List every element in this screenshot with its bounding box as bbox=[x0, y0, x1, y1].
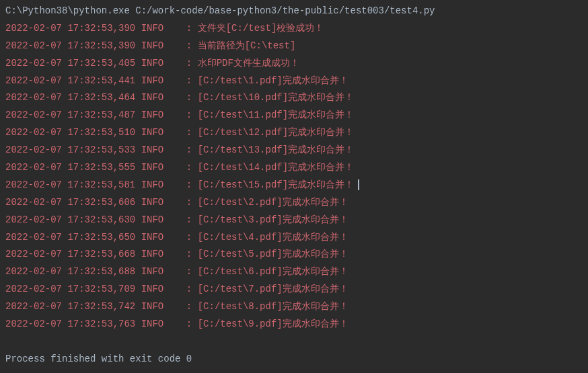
log-line: 2022-02-07 17:32:53,441 INFO : [C:/test\… bbox=[5, 73, 583, 90]
log-timestamp: 2022-02-07 17:32:53,709 bbox=[5, 284, 135, 294]
log-level: INFO bbox=[141, 127, 164, 138]
command-line: C:\Python38\python.exe C:/work-code/base… bbox=[5, 3, 583, 20]
log-line: 2022-02-07 17:32:53,487 INFO : [C:/test\… bbox=[5, 107, 583, 124]
log-line: 2022-02-07 17:32:53,763 INFO : [C:/test\… bbox=[5, 316, 583, 333]
log-line: 2022-02-07 17:32:53,742 INFO : [C:/test\… bbox=[5, 298, 583, 316]
log-line: 2022-02-07 17:32:53,405 INFO : 水印PDF文件生成… bbox=[5, 55, 583, 73]
log-timestamp: 2022-02-07 17:32:53,763 bbox=[5, 319, 135, 329]
log-message: 水印PDF文件生成成功！ bbox=[198, 58, 299, 69]
log-timestamp: 2022-02-07 17:32:53,606 bbox=[5, 197, 135, 208]
log-message: [C:/test\7.pdf]完成水印合并！ bbox=[198, 284, 348, 294]
log-level: INFO bbox=[141, 110, 164, 120]
log-level: INFO bbox=[141, 40, 164, 51]
log-timestamp: 2022-02-07 17:32:53,630 bbox=[5, 214, 135, 225]
log-line: 2022-02-07 17:32:53,390 INFO : 当前路径为[C:\… bbox=[5, 38, 583, 55]
log-timestamp: 2022-02-07 17:32:53,581 bbox=[5, 179, 135, 190]
log-level: INFO bbox=[141, 319, 164, 329]
log-timestamp: 2022-02-07 17:32:53,405 bbox=[5, 58, 135, 69]
log-level: INFO bbox=[141, 23, 164, 34]
log-message: [C:/test\1.pdf]完成水印合并！ bbox=[198, 75, 348, 86]
log-level: INFO bbox=[141, 249, 164, 259]
log-timestamp: 2022-02-07 17:32:53,510 bbox=[5, 127, 135, 138]
log-level: INFO bbox=[141, 197, 164, 208]
log-line: 2022-02-07 17:32:53,606 INFO : [C:/test\… bbox=[5, 194, 583, 212]
log-message: 当前路径为[C:\test] bbox=[198, 40, 296, 51]
text-cursor bbox=[358, 179, 359, 190]
log-message: [C:/test\10.pdf]完成水印合并！ bbox=[198, 92, 354, 103]
log-timestamp: 2022-02-07 17:32:53,688 bbox=[5, 266, 135, 277]
log-level: INFO bbox=[141, 75, 164, 86]
log-message: [C:/test\3.pdf]完成水印合并！ bbox=[198, 214, 348, 225]
log-line: 2022-02-07 17:32:53,464 INFO : [C:/test\… bbox=[5, 89, 583, 107]
log-line: 2022-02-07 17:32:53,668 INFO : [C:/test\… bbox=[5, 246, 583, 263]
log-level: INFO bbox=[141, 179, 164, 190]
log-container: 2022-02-07 17:32:53,390 INFO : 文件夹[C:/te… bbox=[5, 20, 583, 333]
log-line: 2022-02-07 17:32:53,533 INFO : [C:/test\… bbox=[5, 142, 583, 159]
log-level: INFO bbox=[141, 301, 164, 312]
log-timestamp: 2022-02-07 17:32:53,390 bbox=[5, 40, 135, 51]
log-level: INFO bbox=[141, 58, 164, 69]
log-level: INFO bbox=[141, 266, 164, 277]
log-message: 文件夹[C:/test]校验成功！ bbox=[198, 23, 324, 34]
log-level: INFO bbox=[141, 92, 164, 103]
blank-line bbox=[5, 333, 583, 351]
log-timestamp: 2022-02-07 17:32:53,487 bbox=[5, 110, 135, 120]
log-timestamp: 2022-02-07 17:32:53,555 bbox=[5, 162, 135, 173]
log-message: [C:/test\11.pdf]完成水印合并！ bbox=[198, 110, 354, 120]
log-message: [C:/test\14.pdf]完成水印合并！ bbox=[198, 162, 354, 173]
log-message: [C:/test\13.pdf]完成水印合并！ bbox=[198, 144, 354, 155]
exit-message: Process finished with exit code 0 bbox=[5, 351, 583, 368]
log-line: 2022-02-07 17:32:53,581 INFO : [C:/test\… bbox=[5, 177, 583, 194]
log-message: [C:/test\12.pdf]完成水印合并！ bbox=[198, 127, 354, 138]
log-line: 2022-02-07 17:32:53,709 INFO : [C:/test\… bbox=[5, 281, 583, 298]
log-timestamp: 2022-02-07 17:32:53,464 bbox=[5, 92, 135, 103]
log-line: 2022-02-07 17:32:53,630 INFO : [C:/test\… bbox=[5, 212, 583, 229]
log-timestamp: 2022-02-07 17:32:53,650 bbox=[5, 232, 135, 243]
log-message: [C:/test\9.pdf]完成水印合并！ bbox=[198, 319, 348, 329]
log-line: 2022-02-07 17:32:53,390 INFO : 文件夹[C:/te… bbox=[5, 20, 583, 38]
log-line: 2022-02-07 17:32:53,688 INFO : [C:/test\… bbox=[5, 263, 583, 281]
log-line: 2022-02-07 17:32:53,650 INFO : [C:/test\… bbox=[5, 229, 583, 247]
log-timestamp: 2022-02-07 17:32:53,441 bbox=[5, 75, 135, 86]
log-timestamp: 2022-02-07 17:32:53,390 bbox=[5, 23, 135, 34]
log-timestamp: 2022-02-07 17:32:53,533 bbox=[5, 144, 135, 155]
log-level: INFO bbox=[141, 214, 164, 225]
log-level: INFO bbox=[141, 232, 164, 243]
console-output[interactable]: C:\Python38\python.exe C:/work-code/base… bbox=[5, 3, 583, 368]
log-message: [C:/test\15.pdf]完成水印合并！ bbox=[198, 179, 354, 190]
log-timestamp: 2022-02-07 17:32:53,668 bbox=[5, 249, 135, 259]
log-level: INFO bbox=[141, 284, 164, 294]
log-message: [C:/test\8.pdf]完成水印合并！ bbox=[198, 301, 348, 312]
log-line: 2022-02-07 17:32:53,510 INFO : [C:/test\… bbox=[5, 124, 583, 142]
log-level: INFO bbox=[141, 144, 164, 155]
log-message: [C:/test\5.pdf]完成水印合并！ bbox=[198, 249, 348, 259]
log-line: 2022-02-07 17:32:53,555 INFO : [C:/test\… bbox=[5, 159, 583, 177]
log-message: [C:/test\2.pdf]完成水印合并！ bbox=[198, 197, 348, 208]
log-message: [C:/test\6.pdf]完成水印合并！ bbox=[198, 266, 348, 277]
log-timestamp: 2022-02-07 17:32:53,742 bbox=[5, 301, 135, 312]
log-message: [C:/test\4.pdf]完成水印合并！ bbox=[198, 232, 348, 243]
log-level: INFO bbox=[141, 162, 164, 173]
